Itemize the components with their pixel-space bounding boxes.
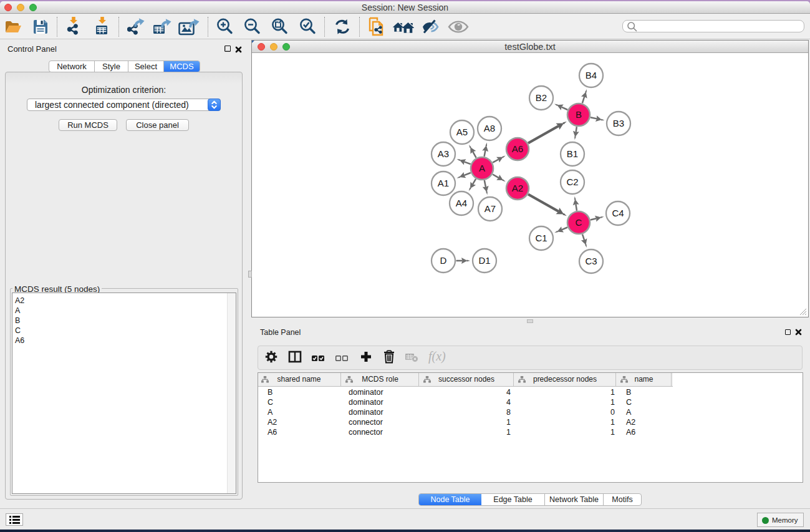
svg-text:D1: D1: [478, 255, 490, 266]
svg-text:B4: B4: [586, 70, 597, 80]
svg-text:A7: A7: [485, 203, 496, 214]
svg-text:B1: B1: [567, 148, 578, 159]
svg-text:D: D: [440, 255, 447, 266]
svg-text:C: C: [576, 217, 582, 228]
svg-text:B2: B2: [536, 92, 547, 103]
svg-text:C1: C1: [535, 233, 547, 243]
svg-text:A: A: [479, 163, 485, 173]
svg-text:A2: A2: [512, 183, 523, 193]
svg-text:A5: A5: [456, 127, 468, 137]
svg-text:A8: A8: [484, 123, 495, 133]
svg-text:A1: A1: [438, 178, 449, 188]
svg-text:C4: C4: [612, 208, 624, 218]
svg-text:A6: A6: [512, 143, 523, 154]
svg-text:A3: A3: [438, 148, 449, 159]
svg-text:B3: B3: [613, 118, 624, 128]
svg-text:A4: A4: [456, 198, 467, 208]
svg-text:C3: C3: [585, 256, 597, 266]
svg-text:B: B: [576, 109, 582, 120]
svg-text:C2: C2: [566, 177, 578, 187]
